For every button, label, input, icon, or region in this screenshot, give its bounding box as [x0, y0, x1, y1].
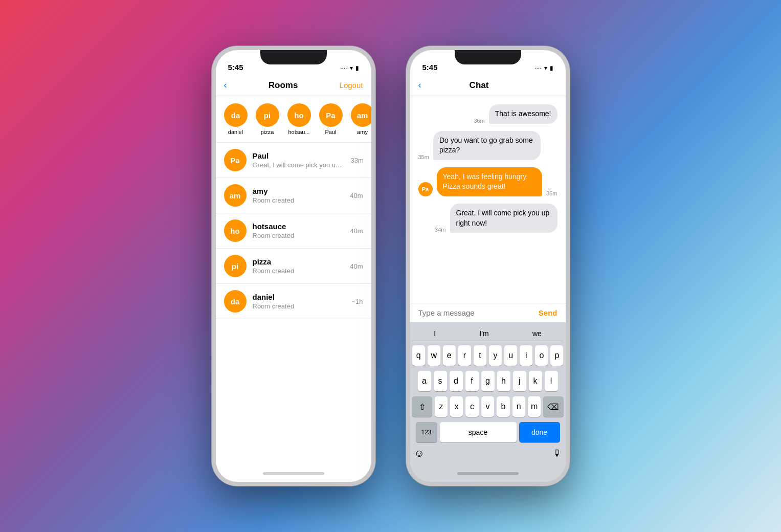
key-x[interactable]: x	[450, 396, 463, 417]
avatar-item-pizza[interactable]: pi pizza	[256, 103, 279, 135]
room-info-amy: amy Room created	[253, 187, 344, 204]
message-time-4: 34m	[435, 227, 445, 233]
avatar-label-paul: Paul	[325, 129, 336, 135]
room-preview-paul: Great, I will come pick you up right ...	[253, 161, 345, 169]
notch	[260, 50, 327, 64]
messages-area: 36m That is awesome! 35m Do you want to …	[410, 96, 566, 303]
room-time-pizza: 40m	[350, 262, 363, 270]
room-item-amy[interactable]: am amy Room created 40m	[216, 178, 371, 213]
kb-row-4: 123 space done	[412, 422, 564, 442]
chat-nav-bar: ‹ Chat	[410, 75, 566, 96]
room-preview-amy: Room created	[253, 196, 344, 204]
kb-suggest-i[interactable]: I	[434, 329, 436, 338]
key-v[interactable]: v	[481, 396, 494, 417]
message-row-2: 35m Do you want to go grab some pizza?	[418, 131, 557, 160]
key-y[interactable]: y	[489, 345, 502, 366]
avatar-label-hotsauce: hotsau...	[288, 129, 309, 135]
key-o[interactable]: o	[535, 345, 548, 366]
send-button[interactable]: Send	[539, 308, 557, 317]
key-b[interactable]: b	[497, 396, 509, 417]
message-input-area: Send	[410, 303, 566, 322]
key-w[interactable]: w	[428, 345, 440, 366]
notch-chat	[455, 50, 521, 64]
key-q[interactable]: q	[412, 345, 425, 366]
room-time-amy: 40m	[350, 192, 363, 199]
room-preview-pizza: Room created	[253, 267, 344, 275]
key-z[interactable]: z	[435, 396, 448, 417]
key-delete[interactable]: ⌫	[543, 396, 563, 417]
room-avatar-paul: Pa	[224, 149, 247, 171]
key-m[interactable]: m	[528, 396, 541, 417]
room-item-daniel[interactable]: da daniel Room created ~1h	[216, 284, 371, 319]
message-input[interactable]	[418, 308, 534, 317]
key-h[interactable]: h	[497, 371, 510, 391]
kb-suggest-we[interactable]: we	[532, 329, 542, 338]
keyboard: I I'm we q w e r t y u i o p a	[410, 322, 566, 464]
kb-suggest-im[interactable]: I'm	[479, 329, 488, 338]
room-info-daniel: daniel Room created	[253, 293, 346, 310]
key-i[interactable]: i	[520, 345, 532, 366]
avatar-label-amy: amy	[357, 129, 368, 135]
room-info-hotsauce: hotsauce Room created	[253, 222, 344, 239]
room-time-hotsauce: 40m	[350, 227, 363, 235]
key-f[interactable]: f	[465, 371, 479, 391]
key-space[interactable]: space	[440, 422, 517, 442]
key-l[interactable]: l	[545, 371, 558, 391]
key-shift[interactable]: ⇧	[412, 396, 432, 417]
chat-screen: ‹ Chat 36m That is awesome! 35m Do you w…	[410, 75, 566, 464]
room-item-hotsauce[interactable]: ho hotsauce Room created 40m	[216, 213, 371, 249]
chat-title: Chat	[470, 80, 489, 91]
avatar-item-amy[interactable]: am amy	[351, 103, 371, 135]
rooms-nav-bar: ‹ Rooms Logout	[216, 75, 371, 96]
wifi-icon: ▾	[350, 64, 353, 72]
room-avatar-amy: am	[224, 184, 247, 207]
key-j[interactable]: j	[513, 371, 526, 391]
message-time-2: 35m	[418, 154, 429, 160]
room-name-paul: Paul	[253, 151, 345, 160]
logout-button[interactable]: Logout	[340, 81, 363, 90]
key-t[interactable]: t	[474, 345, 486, 366]
avatar-item-paul[interactable]: Pa Paul	[319, 103, 343, 135]
room-time-daniel: ~1h	[351, 298, 363, 305]
key-c[interactable]: c	[465, 396, 478, 417]
chat-back-button[interactable]: ‹	[418, 80, 421, 91]
room-avatar-daniel: da	[224, 290, 247, 313]
avatar-item-hotsauce[interactable]: ho hotsau...	[287, 103, 311, 135]
room-item-paul[interactable]: Pa Paul Great, I will come pick you up r…	[216, 143, 371, 178]
emoji-button[interactable]: ☺	[414, 448, 425, 459]
message-time-1: 36m	[474, 118, 484, 124]
message-row-1: 36m That is awesome!	[418, 104, 557, 124]
key-k[interactable]: k	[529, 371, 542, 391]
wifi-icon-chat: ▾	[544, 64, 547, 72]
mic-button[interactable]: 🎙	[552, 448, 562, 459]
key-g[interactable]: g	[481, 371, 495, 391]
avatar-circle-amy: am	[351, 103, 371, 127]
back-button[interactable]: ‹	[224, 80, 227, 91]
key-r[interactable]: r	[458, 345, 471, 366]
key-e[interactable]: e	[443, 345, 456, 366]
status-time-rooms: 5:45	[228, 63, 243, 72]
battery-icon: ▮	[355, 64, 359, 72]
signal-icon-chat: ····	[534, 64, 541, 72]
status-time-chat: 5:45	[422, 63, 438, 72]
rooms-list: Pa Paul Great, I will come pick you up r…	[216, 143, 371, 464]
key-d[interactable]: d	[450, 371, 463, 391]
rooms-content: da daniel pi pizza ho hotsau... Pa Paul …	[216, 96, 371, 464]
chat-avatar-pa: Pa	[418, 182, 433, 196]
room-item-pizza[interactable]: pi pizza Room created 40m	[216, 249, 371, 284]
room-info-pizza: pizza Room created	[253, 257, 344, 275]
key-s[interactable]: s	[434, 371, 447, 391]
room-avatar-hotsauce: ho	[224, 219, 247, 242]
room-name-amy: amy	[253, 187, 344, 195]
message-bubble-2: Do you want to go grab some pizza?	[433, 131, 541, 160]
key-u[interactable]: u	[504, 345, 517, 366]
key-done[interactable]: done	[519, 422, 560, 442]
avatar-item-daniel[interactable]: da daniel	[224, 103, 248, 135]
key-123[interactable]: 123	[416, 422, 437, 442]
key-a[interactable]: a	[418, 371, 431, 391]
battery-icon-chat: ▮	[550, 64, 553, 72]
avatar-circle-paul: Pa	[319, 103, 343, 127]
key-n[interactable]: n	[512, 396, 525, 417]
key-p[interactable]: p	[550, 345, 563, 366]
rooms-screen: ‹ Rooms Logout da daniel pi pizza ho hot…	[216, 75, 371, 464]
